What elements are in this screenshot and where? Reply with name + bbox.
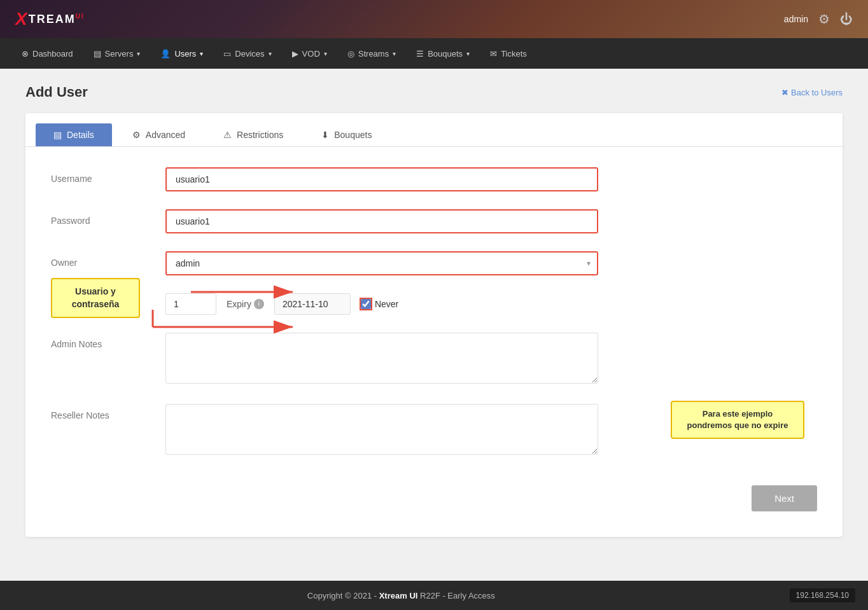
password-label: Password	[51, 209, 165, 226]
password-control	[165, 209, 598, 233]
username-label: Username	[51, 167, 165, 184]
expiry-input[interactable]	[274, 293, 351, 315]
annotation-expire: Para este ejemplo pondremos que no expir…	[671, 401, 804, 439]
logo-text: TREAMUI	[29, 13, 85, 26]
footer-copyright: Copyright © 2021 -	[307, 591, 379, 600]
tab-details[interactable]: ▤ Details	[36, 123, 112, 146]
bouquets-icon: ☰	[416, 49, 424, 59]
settings-icon[interactable]: ⚙	[818, 11, 830, 27]
chevron-down-icon-users: ▾	[200, 50, 203, 57]
footer-version-text: R22F - Early Access	[420, 591, 495, 600]
header-username: admin	[784, 14, 808, 24]
connections-expiry-row: Max Connections Expiry i Never	[51, 293, 817, 315]
nav-label-users: Users	[174, 49, 196, 59]
nav-item-servers[interactable]: ▤ Servers ▾	[85, 45, 150, 62]
back-icon: ✖	[781, 88, 788, 97]
nav-label-dashboard: Dashboard	[32, 49, 73, 59]
restrictions-tab-label: Restrictions	[237, 130, 283, 140]
username-control	[165, 167, 598, 191]
header-right: admin ⚙ ⏻	[784, 11, 853, 27]
username-input[interactable]	[165, 167, 598, 191]
chevron-down-icon-streams: ▾	[393, 50, 396, 57]
form-card: ▤ Details ⚙ Advanced ⚠ Restrictions ⬇ Bo…	[25, 113, 843, 537]
form-body: Username Password Owner	[25, 147, 843, 537]
nav-label-devices: Devices	[235, 49, 264, 59]
nav-bar: ⊗ Dashboard ▤ Servers ▾ 👤 Users ▾ ▭ Devi…	[0, 38, 868, 69]
nav-label-tickets: Tickets	[501, 49, 527, 59]
admin-notes-textarea[interactable]	[165, 333, 598, 384]
max-connections-input[interactable]	[165, 293, 216, 315]
logo-x: X	[15, 9, 27, 29]
username-row: Username	[51, 167, 817, 191]
bouquets-tab-label: Bouquets	[334, 130, 372, 140]
annotation-user-pass: Usuario y contraseña	[51, 278, 140, 318]
reseller-notes-control	[165, 404, 598, 457]
bouquets-tab-icon: ⬇	[321, 130, 329, 140]
page-title: Add User	[25, 84, 88, 101]
chevron-down-icon: ▾	[137, 50, 140, 57]
advanced-tab-label: Advanced	[146, 130, 185, 140]
page-header: Add User ✖ Back to Users	[25, 84, 843, 101]
back-to-users-link[interactable]: ✖ Back to Users	[781, 88, 843, 97]
footer: Copyright © 2021 - Xtream UI R22F - Earl…	[0, 581, 868, 610]
details-tab-icon: ▤	[53, 130, 62, 140]
header: X TREAMUI admin ⚙ ⏻	[0, 0, 868, 38]
expiry-text: Expiry	[227, 299, 251, 309]
form-tabs: ▤ Details ⚙ Advanced ⚠ Restrictions ⬇ Bo…	[25, 113, 843, 147]
reseller-notes-textarea[interactable]	[165, 404, 598, 455]
expiry-info-icon[interactable]: i	[254, 299, 264, 309]
logo: X TREAMUI	[15, 9, 85, 29]
tickets-icon: ✉	[490, 49, 497, 59]
nav-item-tickets[interactable]: ✉ Tickets	[481, 45, 536, 62]
owner-control: admin ▾	[165, 251, 598, 275]
page-content-area: Add User ✖ Back to Users ▤ Details ⚙ Adv…	[25, 84, 843, 537]
nav-label-vod: VOD	[302, 49, 320, 59]
next-button[interactable]: Next	[752, 485, 817, 511]
footer-text: Copyright © 2021 - Xtream UI R22F - Earl…	[307, 591, 495, 600]
admin-notes-label: Admin Notes	[51, 333, 165, 349]
devices-icon: ▭	[223, 49, 231, 59]
nav-item-devices[interactable]: ▭ Devices ▾	[214, 45, 280, 62]
streams-icon: ◎	[347, 49, 354, 59]
nav-item-dashboard[interactable]: ⊗ Dashboard	[13, 45, 82, 62]
advanced-tab-icon: ⚙	[132, 130, 141, 140]
tab-bouquets[interactable]: ⬇ Bouquets	[304, 123, 389, 146]
back-label: Back to Users	[791, 88, 843, 97]
restrictions-tab-icon: ⚠	[223, 130, 232, 140]
main-content: Add User ✖ Back to Users ▤ Details ⚙ Adv…	[0, 69, 868, 581]
tab-restrictions[interactable]: ⚠ Restrictions	[206, 123, 301, 146]
never-label: Never	[375, 299, 398, 309]
tab-advanced[interactable]: ⚙ Advanced	[115, 123, 203, 146]
never-checkbox[interactable]	[361, 299, 371, 309]
nav-item-users[interactable]: 👤 Users ▾	[151, 45, 212, 62]
owner-row: Owner admin ▾	[51, 251, 817, 275]
dashboard-icon: ⊗	[22, 49, 29, 59]
vod-icon: ▶	[292, 49, 298, 59]
password-row: Password	[51, 209, 817, 233]
nav-label-servers: Servers	[105, 49, 134, 59]
owner-select[interactable]: admin	[165, 251, 598, 275]
owner-select-wrap: admin ▾	[165, 251, 598, 275]
nav-item-vod[interactable]: ▶ VOD ▾	[283, 45, 336, 62]
power-icon[interactable]: ⏻	[840, 12, 853, 27]
footer-ip: 192.168.254.10	[790, 588, 855, 602]
servers-icon: ▤	[94, 49, 101, 59]
users-icon: 👤	[160, 49, 171, 59]
owner-label: Owner	[51, 251, 165, 268]
chevron-down-icon-vod: ▾	[324, 50, 327, 57]
connections-row: Expiry i Never	[165, 293, 598, 315]
chevron-down-icon-bouquets: ▾	[466, 50, 470, 57]
nav-label-streams: Streams	[358, 49, 389, 59]
connections-expiry-control: Expiry i Never	[165, 293, 598, 315]
nav-label-bouquets: Bouquets	[428, 49, 463, 59]
footer-brand: Xtream UI	[379, 591, 418, 600]
nav-item-streams[interactable]: ◎ Streams ▾	[339, 45, 405, 62]
expiry-label: Expiry i	[227, 299, 264, 309]
logo-sup: UI	[76, 13, 85, 20]
password-input[interactable]	[165, 209, 598, 233]
form-actions: Next	[51, 475, 817, 511]
admin-notes-row: Admin Notes	[51, 333, 817, 386]
admin-notes-control	[165, 333, 598, 386]
details-tab-label: Details	[67, 130, 94, 140]
nav-item-bouquets[interactable]: ☰ Bouquets ▾	[407, 45, 479, 62]
